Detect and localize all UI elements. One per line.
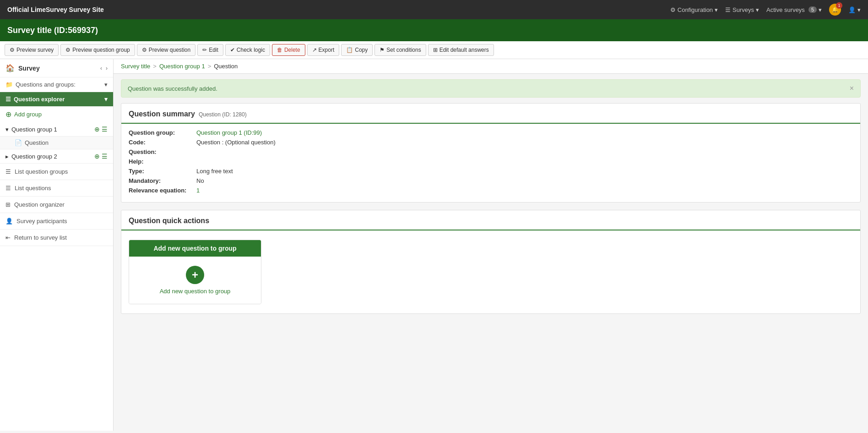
return-icon: ⇤ [5,234,11,241]
nav-right: ⚙ Configuration ▾ ☰ Surveys ▾ Active sur… [670,4,861,16]
add-group-item[interactable]: ⊕ Add group [0,106,113,122]
export-button[interactable]: ↗ Export [307,44,340,56]
organizer-icon: ⊞ [5,201,11,208]
breadcrumb-question: Question [214,63,238,70]
gear-icon: ⚙ [142,47,147,53]
main-layout: 🏠 Survey ‹ › 📁 Questions and groups: ▾ ☰… [0,59,868,431]
alert-close-button[interactable]: × [850,84,854,93]
quick-actions-body: Add new question to group + Add new ques… [121,230,860,313]
question-group-2: ▸ Question group 2 ⊕ ☰ [0,149,113,164]
breadcrumb-question-group[interactable]: Question group 1 [159,63,205,70]
breadcrumb: Survey title > Question group 1 > Questi… [114,59,868,74]
relevance-link[interactable]: 1 [196,187,200,194]
add-question-text: Add new question to group [160,288,231,295]
list-group-2-icon[interactable]: ☰ [102,153,108,160]
sidebar-survey-header[interactable]: 🏠 Survey ‹ › [0,59,113,77]
alert-message: Question was successfully added. [128,85,217,92]
brand-title: Official LimeSurvey Survey Site [7,6,104,13]
question-item[interactable]: 📄 Question [0,136,113,149]
content-area: Survey title > Question group 1 > Questi… [114,59,868,431]
summary-row-mandatory: Mandatory: No [129,177,853,184]
toolbar: ⚙ Preview survey ⚙ Preview question grou… [0,41,868,59]
group-2-actions: ⊕ ☰ [94,153,108,160]
survey-title-bar: Survey title (ID:569937) [0,19,868,41]
sidebar-question-organizer[interactable]: ⊞ Question organizer [0,197,113,213]
add-group-item-icon[interactable]: ⊕ [94,126,100,133]
chevron-down-icon: ▾ [715,6,718,13]
check-logic-button[interactable]: ✔ Check logic [225,44,270,56]
quick-actions-section: Question quick actions Add new question … [121,210,861,314]
chevron-right-icon: ▸ [5,153,9,160]
pencil-icon: ✏ [202,47,207,53]
question-explorer-header[interactable]: ☰ Question explorer ▾ [0,92,113,106]
folder-icon: 📁 [5,81,13,88]
add-question-card-header: Add new question to group [129,240,261,257]
sidebar-questions-groups[interactable]: 📁 Questions and groups: ▾ [0,77,113,92]
sidebar: 🏠 Survey ‹ › 📁 Questions and groups: ▾ ☰… [0,59,114,431]
survey-title: Survey title (ID:569937) [7,26,98,35]
summary-row-code: Code: Question : (Optional question) [129,139,853,146]
user-icon: 👤 [5,218,13,225]
question-group-1: ▾ Question group 1 ⊕ ☰ 📄 Question [0,122,113,149]
home-icon: 🏠 [5,64,15,72]
chevron-down-icon: ▾ [819,6,822,13]
nav-user[interactable]: 👤 ▾ [848,6,861,13]
group-1-actions: ⊕ ☰ [94,126,108,133]
summary-row-question: Question: [129,148,853,155]
notification-bell[interactable]: 🔔 1 [829,4,841,16]
list-group-icon[interactable]: ☰ [102,126,108,133]
chevron-left-icon[interactable]: ‹ [100,65,102,71]
notification-count: 1 [836,2,842,9]
chevron-right-icon[interactable]: › [106,65,108,71]
active-surveys-badge: 5 [808,6,817,13]
question-group-1-header[interactable]: ▾ Question group 1 ⊕ ☰ [0,122,113,136]
sidebar-survey-label: Survey [18,65,97,72]
summary-row-type: Type: Long free text [129,168,853,175]
user-icon: 👤 [848,6,856,13]
breadcrumb-survey-title[interactable]: Survey title [121,63,150,70]
summary-row-group: Question group: Question group 1 (ID:99) [129,129,853,136]
preview-question-group-button[interactable]: ⚙ Preview question group [60,44,135,56]
sidebar-survey-participants[interactable]: 👤 Survey participants [0,213,113,230]
export-icon: ↗ [312,47,317,53]
copy-icon: 📋 [346,47,353,53]
list-icon: ☰ [725,6,731,13]
trash-icon: 🗑 [277,47,282,53]
copy-button[interactable]: 📋 Copy [341,44,373,56]
conditions-icon: ⚑ [380,47,385,53]
summary-row-help: Help: [129,158,853,165]
edit-button[interactable]: ✏ Edit [197,44,223,56]
top-navbar: Official LimeSurvey Survey Site ⚙ Config… [0,0,868,19]
plus-circle-icon: ⊕ [5,110,11,119]
preview-survey-button[interactable]: ⚙ Preview survey [5,44,59,56]
list-icon: ☰ [5,185,11,192]
document-icon: 📄 [15,139,22,146]
sidebar-list-questions[interactable]: ☰ List questions [0,180,113,197]
breadcrumb-sep-2: > [208,63,212,70]
add-group-2-item-icon[interactable]: ⊕ [94,153,100,160]
list-icon: ☰ [5,168,11,175]
delete-button[interactable]: 🗑 Delete [272,44,305,56]
sidebar-return-to-survey-list[interactable]: ⇤ Return to survey list [0,230,113,246]
add-new-question-card[interactable]: Add new question to group + Add new ques… [129,240,261,304]
table-icon: ⊞ [433,47,438,53]
add-question-card-body[interactable]: + Add new question to group [129,257,261,304]
question-summary-section: Question summary Question (ID: 1280) Que… [121,103,861,203]
sidebar-list-question-groups[interactable]: ☰ List question groups [0,164,113,180]
nav-configuration[interactable]: ⚙ Configuration ▾ [670,6,718,13]
nav-active-surveys[interactable]: Active surveys 5 ▾ [766,6,822,13]
question-group-2-header[interactable]: ▸ Question group 2 ⊕ ☰ [0,149,113,163]
summary-row-relevance: Relevance equation: 1 [129,187,853,194]
chevron-down-icon: ▾ [104,81,108,88]
breadcrumb-sep-1: > [153,63,157,70]
set-conditions-button[interactable]: ⚑ Set conditions [374,44,426,56]
nav-surveys[interactable]: ☰ Surveys ▾ [725,6,759,13]
gear-icon: ⚙ [670,6,676,13]
question-summary-title: Question summary Question (ID: 1280) [121,104,860,124]
list-icon: ☰ [5,96,11,103]
preview-question-button[interactable]: ⚙ Preview question [137,44,195,56]
summary-group-link[interactable]: Question group 1 (ID:99) [196,129,262,136]
plus-circle-icon: + [186,266,204,284]
edit-default-answers-button[interactable]: ⊞ Edit default answers [428,44,494,56]
chevron-down-icon: ▾ [5,126,9,133]
